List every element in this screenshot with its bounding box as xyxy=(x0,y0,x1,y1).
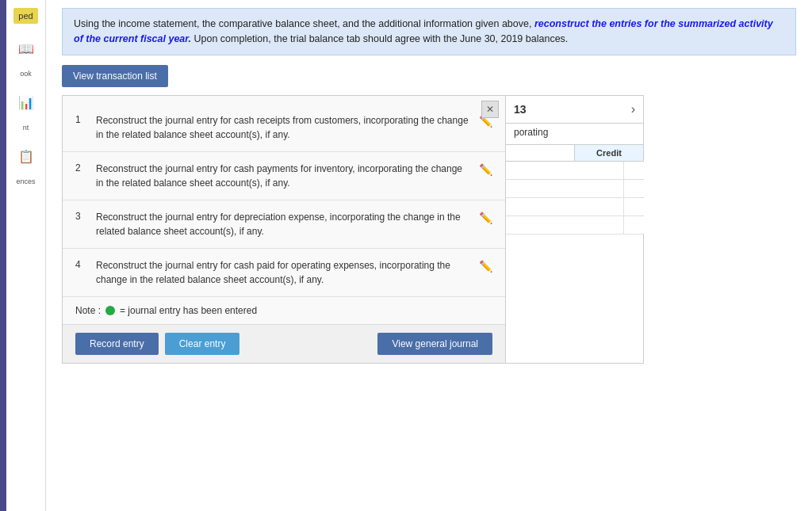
journal-input-rows xyxy=(506,162,643,235)
panel-bottom-buttons: Record entry Clear entry View general jo… xyxy=(63,324,505,363)
note-label: Note : xyxy=(75,305,101,316)
item-text-3: Reconstruct the journal entry for deprec… xyxy=(96,210,471,238)
instruction-text-before: Using the income statement, the comparat… xyxy=(74,18,534,29)
clear-entry-button[interactable]: Clear entry xyxy=(165,333,240,355)
note-suffix: = journal entry has been entered xyxy=(120,305,257,316)
journal-header: 13 › xyxy=(506,96,643,124)
credit-input-3[interactable] xyxy=(624,198,741,215)
journal-input-row-1 xyxy=(506,162,643,180)
instruction-box: Using the income statement, the comparat… xyxy=(62,8,796,55)
debit-input-2[interactable] xyxy=(506,180,624,197)
item-number-4: 4 xyxy=(75,259,88,270)
journal-nav-arrow[interactable]: › xyxy=(631,102,635,116)
debit-column-header xyxy=(506,145,574,161)
transaction-item-3: 3 Reconstruct the journal entry for depr… xyxy=(63,200,505,249)
journal-subtext: porating xyxy=(506,124,643,145)
transaction-list-panel: ✕ 1 Reconstruct the journal entry for ca… xyxy=(62,95,506,364)
transaction-item-4: 4 Reconstruct the journal entry for cash… xyxy=(63,249,505,297)
panel-area: ✕ 1 Reconstruct the journal entry for ca… xyxy=(62,95,796,364)
transaction-item-2: 2 Reconstruct the journal entry for cash… xyxy=(63,152,505,200)
credit-input-1[interactable] xyxy=(624,162,741,179)
journal-input-row-2 xyxy=(506,180,643,198)
transaction-item-1: 1 Reconstruct the journal entry for cash… xyxy=(63,104,505,152)
debit-input-3[interactable] xyxy=(506,198,624,215)
sidebar: ped 📖 ook 📊 nt 📋 ences xyxy=(6,0,46,511)
journal-input-row-3 xyxy=(506,198,643,216)
references-icon[interactable]: 📋 xyxy=(14,144,38,168)
chart-label: nt xyxy=(23,124,29,132)
credit-column-header: Credit xyxy=(574,145,643,161)
item-number-1: 1 xyxy=(75,114,88,125)
item-number-2: 2 xyxy=(75,162,88,174)
green-dot-icon xyxy=(105,306,115,315)
credit-input-2[interactable] xyxy=(624,180,741,197)
book-icon[interactable]: 📖 xyxy=(14,36,38,60)
journal-input-row-4 xyxy=(506,216,643,235)
debit-input-4[interactable] xyxy=(506,216,624,234)
item-text-1: Reconstruct the journal entry for cash r… xyxy=(96,113,471,142)
journal-entry-panel: 13 › porating Credit xyxy=(505,95,644,364)
journal-entry-number: 13 xyxy=(514,103,527,116)
book-label: ook xyxy=(20,70,32,78)
chart-icon[interactable]: 📊 xyxy=(14,90,38,114)
debit-input-1[interactable] xyxy=(506,162,624,179)
item-text-4: Reconstruct the journal entry for cash p… xyxy=(96,258,471,287)
left-accent-bar xyxy=(0,0,6,511)
note-row: Note : = journal entry has been entered xyxy=(63,297,505,324)
edit-icon-2[interactable]: ✏️ xyxy=(479,163,492,176)
item-number-3: 3 xyxy=(75,211,88,222)
main-content: Using the income statement, the comparat… xyxy=(46,0,812,511)
journal-columns: Credit xyxy=(506,145,643,162)
view-transaction-list-button[interactable]: View transaction list xyxy=(62,65,168,87)
edit-icon-3[interactable]: ✏️ xyxy=(479,212,492,224)
record-entry-button[interactable]: Record entry xyxy=(75,333,159,355)
credit-input-4[interactable] xyxy=(624,216,741,234)
references-label: ences xyxy=(16,177,35,185)
item-text-2: Reconstruct the journal entry for cash p… xyxy=(96,162,471,190)
sidebar-tag[interactable]: ped xyxy=(13,8,37,24)
instruction-text-after: Upon completion, the trial balance tab s… xyxy=(191,33,568,44)
edit-icon-4[interactable]: ✏️ xyxy=(479,260,492,273)
view-general-journal-button[interactable]: View general journal xyxy=(377,333,492,355)
close-panel-button[interactable]: ✕ xyxy=(481,101,499,118)
